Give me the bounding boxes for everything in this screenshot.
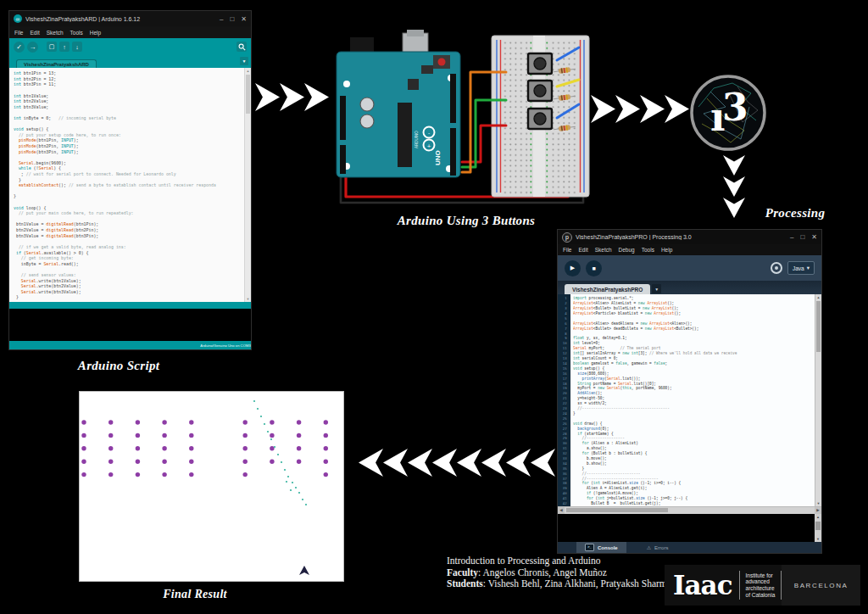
left-arrow-icon <box>359 449 383 477</box>
mode-selector[interactable]: Java▾ <box>787 261 815 275</box>
scrollbar-thumb[interactable] <box>816 301 821 352</box>
scrollbar-thumb[interactable] <box>815 522 821 530</box>
close-icon[interactable]: ✕ <box>811 233 817 241</box>
arduino-statusbar: Arduino/Genuino Uno on COM3 <box>9 341 251 349</box>
caption-final-result: Final Result <box>119 588 271 601</box>
down-arrow-icon <box>723 155 745 176</box>
svg-text:-: - <box>428 130 430 136</box>
credits-faculty: Faculty: Angelos Chronis, Angel Muñoz <box>447 567 671 579</box>
tab-menu-icon[interactable]: ▼ <box>652 284 661 293</box>
menu-edit[interactable]: Edit <box>30 30 39 36</box>
arduino-status-strip <box>9 302 251 309</box>
menu-help[interactable]: Help <box>90 30 101 36</box>
menu-help[interactable]: Help <box>661 247 672 253</box>
terminal-icon: >_ <box>585 544 594 551</box>
credits-title: Introduction to Processing and Arduino <box>447 555 671 567</box>
down-arrow-icon <box>723 176 745 197</box>
processing-hscrollbar[interactable]: ◀ ▶ <box>558 506 821 514</box>
arduino-titlebar[interactable]: ∞ VisheshZinaPratyakshARD | Arduino 1.6.… <box>9 11 251 26</box>
right-arrow-icon <box>615 95 640 123</box>
processing-bottombar: >_ Console ⚠ Errors <box>558 542 821 553</box>
arduino-code: int btn1Pin = 13;int btn2Pin = 12;int bt… <box>14 70 251 300</box>
scroll-down-icon[interactable]: ▼ <box>245 296 251 302</box>
menu-file[interactable]: File <box>14 30 23 36</box>
console-tab[interactable]: >_ Console <box>576 542 626 553</box>
processing-menubar: FileEditSketchDebugToolsHelp <box>558 244 821 255</box>
minimize-icon[interactable]: – <box>220 15 223 23</box>
menu-sketch[interactable]: Sketch <box>47 30 64 36</box>
scroll-down-icon[interactable]: ▼ <box>815 500 821 506</box>
menu-debug[interactable]: Debug <box>619 247 635 253</box>
menu-edit[interactable]: Edit <box>578 247 587 253</box>
menu-tools[interactable]: Tools <box>70 30 83 36</box>
run-button[interactable]: ▶ <box>565 260 581 276</box>
poster: ∞ VisheshZinaPratyakshARD | Arduino 1.6.… <box>0 0 868 614</box>
menu-file[interactable]: File <box>563 247 571 253</box>
processing-titlebar[interactable]: p VisheshZinaPratyakshPRO | Processing 3… <box>558 230 821 244</box>
serial-monitor-button[interactable] <box>236 42 247 52</box>
processing-ide-window: p VisheshZinaPratyakshPRO | Processing 3… <box>557 229 822 554</box>
arduino-code-editor[interactable]: int btn1Pin = 13;int btn2Pin = 12;int bt… <box>9 68 251 302</box>
arduino-console <box>9 309 251 341</box>
maximize-icon[interactable]: □ <box>230 15 234 23</box>
arduino-editor-scrollbar[interactable]: ▲ ▼ <box>244 68 251 302</box>
errors-tab[interactable]: ⚠ Errors <box>638 542 677 553</box>
iaac-wordmark: Iaac <box>665 572 739 599</box>
iaac-city-label: BARCELONA <box>782 565 860 606</box>
left-arrow-icon <box>531 449 555 477</box>
upload-button[interactable]: → <box>27 42 38 53</box>
arrows-logo-down <box>723 155 745 218</box>
credits-students: Students: Vishesh Behl, Zina Alkhani, Pr… <box>447 578 671 590</box>
line-numbers: 1 2 3 4 5 6 7 8 9 10 11 12 13 14 15 16 1… <box>558 296 569 506</box>
scroll-left-icon[interactable]: ◀ <box>558 507 565 514</box>
iaac-logo: Iaac Institute for advanced architecture… <box>665 565 860 606</box>
save-button[interactable]: ↓ <box>72 42 82 52</box>
fritzing-diagram: - + UNO ARDUINO <box>326 30 598 209</box>
processing-editor-scrollbar[interactable]: ▲ ▼ <box>815 294 821 506</box>
right-arrow-icon <box>304 83 329 111</box>
arduino-window-title: VisheshZinaPratyakshARD | Arduino 1.6.12 <box>25 16 220 22</box>
processing-code-editor[interactable]: 1 2 3 4 5 6 7 8 9 10 11 12 13 14 15 16 1… <box>558 294 821 506</box>
arrows-window-to-result <box>359 449 555 477</box>
tab-arduino-sketch[interactable]: VisheshZinaPratyakshARD <box>16 59 97 68</box>
menu-tools[interactable]: Tools <box>642 247 654 253</box>
magnifier-icon <box>238 43 246 51</box>
open-button[interactable]: ↑ <box>59 42 70 52</box>
verify-button[interactable]: ✓ <box>14 42 25 53</box>
maximize-icon[interactable]: □ <box>800 233 804 241</box>
new-sketch-button[interactable]: ▢ <box>47 42 57 52</box>
caption-arduino-buttons: Arduino Using 3 Buttons <box>373 214 559 228</box>
minimize-icon[interactable]: – <box>790 233 793 241</box>
left-arrow-icon <box>506 449 531 477</box>
processing-toolbar: ▶ ■ Java▾ <box>558 255 821 281</box>
arduino-uno-board: - + UNO ARDUINO <box>337 30 460 177</box>
close-icon[interactable]: ✕ <box>241 15 247 23</box>
right-arrow-icon <box>280 83 304 111</box>
processing-tabbar: VisheshZinaPratyakshPRO ▼ <box>558 281 821 294</box>
tab-menu-icon[interactable]: ▼ <box>240 57 248 65</box>
scroll-right-icon[interactable]: ▶ <box>815 507 821 514</box>
alien-dots-canvas <box>80 392 343 581</box>
processing-code: import processing.serial.*;ArrayList<Ali… <box>573 296 821 506</box>
scroll-up-icon[interactable]: ▲ <box>245 68 251 74</box>
scroll-up-icon[interactable]: ▲ <box>815 294 821 300</box>
caption-processing: Processing <box>744 206 846 220</box>
right-arrow-icon <box>255 83 280 111</box>
scroll-down-icon[interactable]: ▼ <box>815 536 821 542</box>
chevron-down-icon: ▾ <box>807 265 810 271</box>
left-arrow-icon <box>383 449 408 477</box>
debug-icon[interactable] <box>771 262 782 274</box>
stop-button[interactable]: ■ <box>586 260 602 276</box>
arduino-tabbar: VisheshZinaPratyakshARD ▼ <box>9 55 251 68</box>
arrows-ide-to-board <box>255 83 329 111</box>
console-scrollbar[interactable]: ▲ ▼ <box>815 514 821 542</box>
tab-processing-sketch[interactable]: VisheshZinaPratyakshPRO <box>565 284 650 294</box>
scrollbar-thumb[interactable] <box>246 75 250 114</box>
arduino-toolbar: ✓ → ▢ ↑ ↓ <box>9 38 251 55</box>
menu-sketch[interactable]: Sketch <box>595 247 612 253</box>
scroll-up-icon[interactable]: ▲ <box>815 514 821 520</box>
svg-text:+: + <box>426 142 431 148</box>
iaac-institute-text: Institute for advanced architecture of C… <box>740 572 782 598</box>
arduino-app-icon: ∞ <box>14 14 22 23</box>
hscrollbar-thumb[interactable] <box>566 508 668 512</box>
